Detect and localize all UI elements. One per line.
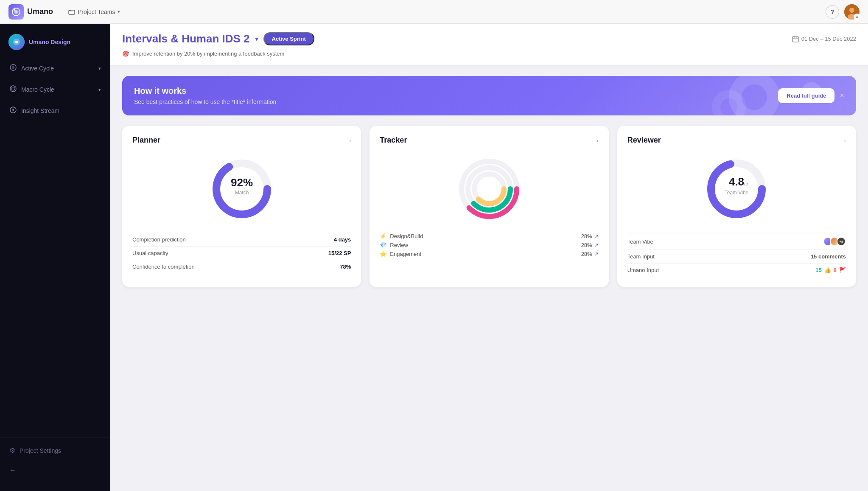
stat-usual-capacity: Usual capacity 15/22 SP xyxy=(132,246,351,260)
macro-cycle-chevron-icon: ▾ xyxy=(98,87,101,93)
stat-value: 15/22 SP xyxy=(328,250,351,256)
banner-title: How it works xyxy=(134,86,778,96)
reviewer-donut-chart: 4.8 /5 Team Vibe xyxy=(627,155,846,223)
design-build-icon: ⚡ xyxy=(380,233,386,239)
help-button[interactable]: ? xyxy=(826,5,839,19)
tracker-card-header: Tracker › xyxy=(380,136,598,145)
banner-close-button[interactable]: × xyxy=(840,91,844,100)
active-sprint-badge[interactable]: Active Sprint xyxy=(263,32,314,45)
content-subtitle: 🎯 Improve retention by 20% by implementi… xyxy=(122,51,856,57)
svg-text:Team Vibe: Team Vibe xyxy=(725,190,749,196)
flag-icon: 🚩 xyxy=(839,267,846,273)
help-icon: ? xyxy=(831,8,834,15)
legend-item-engagement: ⭐ Engagement 28% ↗ xyxy=(380,251,598,257)
project-settings-icon: ⚙ xyxy=(9,446,15,455)
team-name: Umano Design xyxy=(29,39,70,45)
target-icon: 🎯 xyxy=(122,51,129,57)
stat-label: Usual capacity xyxy=(132,250,168,256)
reviewer-label: Umano Input xyxy=(627,267,659,273)
sidebar-item-label-macro-cycle: Macro Cycle xyxy=(21,86,94,93)
sidebar-item-insight-stream[interactable]: Insight Stream xyxy=(3,101,107,121)
avatar-count: +8 xyxy=(837,237,846,246)
stat-value: 78% xyxy=(340,264,351,270)
svg-point-11 xyxy=(12,66,14,69)
sidebar-item-macro-cycle[interactable]: Macro Cycle ▾ xyxy=(3,80,107,99)
legend-left: 💎 Review xyxy=(380,242,408,248)
svg-text:Match: Match xyxy=(235,190,249,196)
active-cycle-chevron-icon: ▾ xyxy=(98,66,101,71)
planner-card: Planner › 92% Match Completion predictio… xyxy=(122,126,361,287)
folder-icon xyxy=(68,8,75,15)
sidebar-item-active-cycle[interactable]: Active Cycle ▾ xyxy=(3,59,107,78)
planner-donut-svg: 92% Match xyxy=(208,155,276,223)
planner-card-arrow-icon[interactable]: › xyxy=(349,137,351,144)
svg-point-9 xyxy=(15,41,18,43)
sidebar-item-label-active-cycle: Active Cycle xyxy=(21,65,94,72)
tracker-card-title: Tracker xyxy=(380,136,407,145)
reviewer-label: Team Vibe xyxy=(627,238,653,245)
legend-left: ⚡ Design&Build xyxy=(380,233,423,239)
team-avatar-image xyxy=(8,34,25,50)
reviewer-row-team-input: Team Input 15 comments xyxy=(627,250,846,263)
team-input-value: 15 comments xyxy=(811,253,846,260)
team-vibe-avatars: +8 xyxy=(823,237,846,246)
svg-text:4.8: 4.8 xyxy=(729,175,744,188)
stat-value: 4 days xyxy=(334,236,351,243)
banner-subtitle: See best practices of how to use the *ti… xyxy=(134,98,778,105)
legend-value: 28% ↗ xyxy=(581,242,599,248)
legend-label: Engagement xyxy=(390,251,421,257)
project-label: Project Teams xyxy=(78,8,115,15)
settings-gear-icon: ⚙ xyxy=(854,14,860,20)
svg-text:/5: /5 xyxy=(744,181,748,187)
app-logo[interactable]: Umano xyxy=(8,4,53,20)
legend-left: ⭐ Engagement xyxy=(380,251,421,257)
umano-input-values: 15 👍 8 🚩 xyxy=(815,267,846,273)
svg-point-5 xyxy=(849,8,854,13)
svg-rect-17 xyxy=(792,36,798,42)
stat-label: Confidence to completion xyxy=(132,264,195,270)
sidebar-item-label-insight-stream: Insight Stream xyxy=(21,107,101,114)
team-selector[interactable]: Umano Design xyxy=(0,31,110,59)
team-avatar xyxy=(8,34,25,50)
legend-item-review: 💎 Review 28% ↗ xyxy=(380,242,598,248)
project-chevron-icon: ▾ xyxy=(118,9,120,14)
planner-card-header: Planner › xyxy=(132,136,351,145)
collapse-icon: ← xyxy=(9,466,16,474)
banner-check-icon: ✓ xyxy=(801,82,822,104)
reviewer-card-arrow-icon[interactable]: › xyxy=(844,137,846,144)
content-header: Intervals & Human IDS 2 ▾ Active Sprint … xyxy=(110,24,868,66)
reviewer-card: Reviewer › 4.8 /5 Team Vibe Team Vibe xyxy=(617,126,856,287)
legend-value: 28% ↗ xyxy=(581,233,599,239)
reviewer-donut-svg: 4.8 /5 Team Vibe xyxy=(703,155,770,223)
reviewer-card-title: Reviewer xyxy=(627,136,661,145)
svg-point-16 xyxy=(13,107,14,109)
tracker-card: Tracker › xyxy=(370,126,608,287)
stat-label: Completion prediction xyxy=(132,236,186,243)
legend-label: Review xyxy=(390,242,408,248)
reviewer-row-umano-input: Umano Input 15 👍 8 🚩 xyxy=(627,263,846,277)
calendar-icon xyxy=(792,36,799,42)
project-selector[interactable]: Project Teams ▾ xyxy=(68,8,120,15)
topnav-right: ? ⚙ xyxy=(826,4,860,20)
title-chevron-icon[interactable]: ▾ xyxy=(255,35,258,43)
sidebar-bottom: ⚙ Project Settings ← xyxy=(0,438,110,484)
app-name: Umano xyxy=(27,7,53,16)
cards-grid: Planner › 92% Match Completion predictio… xyxy=(122,126,856,287)
svg-point-13 xyxy=(11,87,15,90)
user-avatar-button[interactable]: ⚙ xyxy=(844,4,860,20)
tracker-donut-chart xyxy=(380,155,598,223)
active-cycle-icon xyxy=(9,64,17,73)
planner-donut-chart: 92% Match xyxy=(132,155,351,223)
macro-cycle-icon xyxy=(9,85,17,94)
insight-stream-icon xyxy=(9,106,17,115)
legend-item-design-build: ⚡ Design&Build 28% ↗ xyxy=(380,233,598,239)
subtitle-text: Improve retention by 20% by implementing… xyxy=(132,51,284,57)
sidebar-item-project-settings[interactable]: ⚙ Project Settings xyxy=(3,441,107,460)
tracker-donut-svg xyxy=(455,155,523,223)
stat-completion-prediction: Completion prediction 4 days xyxy=(132,233,351,246)
umano-flags-count: 8 xyxy=(834,267,837,273)
engagement-icon: ⭐ xyxy=(380,251,386,257)
tracker-card-arrow-icon[interactable]: › xyxy=(596,137,599,144)
sidebar-collapse-button[interactable]: ← xyxy=(3,461,107,479)
reviewer-card-header: Reviewer › xyxy=(627,136,846,145)
